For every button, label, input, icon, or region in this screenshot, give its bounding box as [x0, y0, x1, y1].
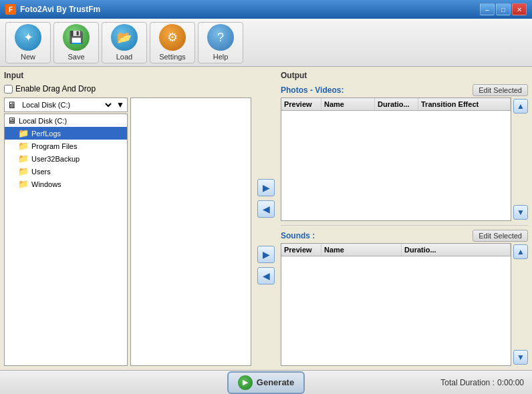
scroll-down-photos-button[interactable]: ▼ [513, 205, 528, 220]
load-icon: 📂 [111, 24, 138, 51]
col-name: Name [321, 98, 375, 110]
sounds-title: Sounds : [281, 231, 315, 240]
toolbar: ✦ New 💾 Save 📂 Load ⚙ Settings ? Help [0, 19, 532, 67]
maximize-button[interactable]: □ [496, 3, 511, 15]
sounds-table: Preview Name Duratio... [281, 243, 511, 367]
tree-item[interactable]: 🖥 Local Disk (C:) [5, 114, 127, 127]
tree-item[interactable]: 📁 PerfLogs [5, 127, 127, 140]
sounds-table-header: Preview Name Duratio... [281, 244, 511, 256]
sounds-table-container: Preview Name Duratio... ▲ ▼ [281, 243, 528, 367]
new-icon: ✦ [15, 24, 41, 51]
toolbar-help-button[interactable]: ? Help [198, 22, 243, 63]
file-list-panel [130, 97, 251, 366]
load-label: Load [116, 53, 132, 61]
help-icon: ? [207, 24, 234, 51]
tree-item-label: User32Backup [31, 155, 80, 163]
scroll-up-photos-button[interactable]: ▲ [513, 99, 528, 114]
photos-videos-table: Preview Name Duratio... Transition Effec… [281, 97, 511, 221]
remove-arrow-button[interactable]: ◀ [257, 200, 275, 218]
sounds-scroll-buttons: ▲ ▼ [513, 243, 528, 367]
drag-drop-label: Enable Drag And Drop [15, 84, 96, 93]
left-panel: 🖥 Local Disk (C:) ▼ 🖥 Local Disk (C:) 📁 … [4, 97, 128, 366]
play-icon: ▶ [238, 375, 253, 390]
col-preview: Preview [281, 244, 321, 256]
sounds-header: Sounds : Edit Selected [281, 230, 528, 242]
output-panel: Output Photos - Videos: Edit Selected Pr… [281, 71, 528, 366]
drag-drop-row: Enable Drag And Drop [4, 84, 251, 93]
generate-label: Generate [257, 377, 294, 387]
scroll-down-sounds-button[interactable]: ▼ [513, 350, 528, 365]
app-icon: F [5, 4, 16, 15]
remove-sound-arrow-button[interactable]: ◀ [257, 267, 275, 284]
photos-videos-table-container: Preview Name Duratio... Transition Effec… [281, 97, 528, 221]
help-label: Help [213, 53, 229, 61]
transfer-arrows: ▶ ◀ ▶ ◀ [255, 97, 277, 366]
total-duration-label: Total Duration : [440, 378, 495, 387]
toolbar-save-button[interactable]: 💾 Save [53, 22, 99, 63]
bottom-bar: ▶ Generate Total Duration : 0:00:00 [0, 370, 532, 394]
folder-icon: 📁 [18, 179, 29, 189]
folder-icon: 📁 [18, 141, 29, 151]
generate-button[interactable]: ▶ Generate [227, 371, 305, 394]
settings-label: Settings [159, 53, 186, 61]
scroll-up-sounds-button[interactable]: ▲ [513, 244, 528, 259]
folder-icon: 📁 [18, 154, 29, 164]
drive-dropdown[interactable]: Local Disk (C:) [19, 100, 114, 110]
drive-icon: 🖥 [7, 100, 17, 110]
dropdown-arrow-icon: ▼ [116, 100, 124, 110]
settings-icon: ⚙ [159, 24, 186, 51]
photos-videos-header: Photos - Videos: Edit Selected [281, 84, 528, 96]
enable-drag-drop-checkbox[interactable] [4, 85, 13, 93]
close-button[interactable]: ✕ [512, 3, 527, 15]
new-label: New [21, 53, 35, 61]
sounds-section: Sounds : Edit Selected Preview Name Dura… [281, 230, 528, 367]
save-label: Save [68, 53, 84, 61]
tree-item-label: Windows [31, 180, 61, 188]
toolbar-new-button[interactable]: ✦ New [5, 22, 51, 63]
drive-icon: 🖥 [7, 116, 16, 126]
title-bar-controls: – □ ✕ [480, 3, 527, 15]
tree-item[interactable]: 📁 Users [5, 165, 127, 178]
save-icon: 💾 [63, 24, 90, 51]
tree-item[interactable]: 📁 Windows [5, 178, 127, 190]
file-browser: 🖥 Local Disk (C:) ▼ 🖥 Local Disk (C:) 📁 … [4, 97, 251, 366]
col-preview: Preview [281, 98, 321, 110]
tree-item[interactable]: 📁 User32Backup [5, 152, 127, 165]
tree-item-label: Program Files [31, 142, 77, 150]
photos-videos-section: Photos - Videos: Edit Selected Preview N… [281, 84, 528, 221]
tree-item-label: Local Disk (C:) [19, 117, 67, 125]
minimize-button[interactable]: – [480, 3, 495, 15]
col-duration: Duratio... [402, 244, 511, 256]
folder-icon: 📁 [18, 128, 29, 138]
main-content: Input Enable Drag And Drop 🖥 Local Disk … [0, 67, 532, 370]
photos-videos-title: Photos - Videos: [281, 85, 344, 95]
photos-videos-table-header: Preview Name Duratio... Transition Effec… [281, 98, 511, 111]
col-name: Name [321, 244, 402, 256]
edit-selected-sounds-button[interactable]: Edit Selected [473, 230, 528, 242]
output-label: Output [281, 71, 528, 80]
add-arrow-button[interactable]: ▶ [257, 179, 275, 196]
folder-tree[interactable]: 🖥 Local Disk (C:) 📁 PerfLogs 📁 Program F… [4, 114, 128, 366]
photos-scroll-buttons: ▲ ▼ [513, 97, 528, 221]
tree-item-label: Users [31, 168, 51, 176]
toolbar-load-button[interactable]: 📂 Load [102, 22, 147, 63]
divider [281, 225, 528, 226]
col-duration: Duratio... [375, 98, 418, 110]
toolbar-settings-button[interactable]: ⚙ Settings [150, 22, 195, 63]
col-transition: Transition Effect [418, 98, 511, 110]
folder-icon: 📁 [18, 166, 29, 176]
add-sound-arrow-button[interactable]: ▶ [257, 246, 275, 263]
title-bar: F Foto2Avi By TrustFm – □ ✕ [0, 0, 532, 19]
tree-item[interactable]: 📁 Program Files [5, 140, 127, 152]
input-panel: Input Enable Drag And Drop 🖥 Local Disk … [4, 71, 251, 366]
title-bar-text: Foto2Avi By TrustFm [20, 5, 480, 14]
total-duration-value: 0:00:00 [497, 378, 524, 387]
edit-selected-photos-button[interactable]: Edit Selected [473, 84, 528, 96]
input-label: Input [4, 71, 251, 80]
tree-item-label: PerfLogs [31, 130, 61, 138]
drive-selector[interactable]: 🖥 Local Disk (C:) ▼ [4, 97, 128, 112]
